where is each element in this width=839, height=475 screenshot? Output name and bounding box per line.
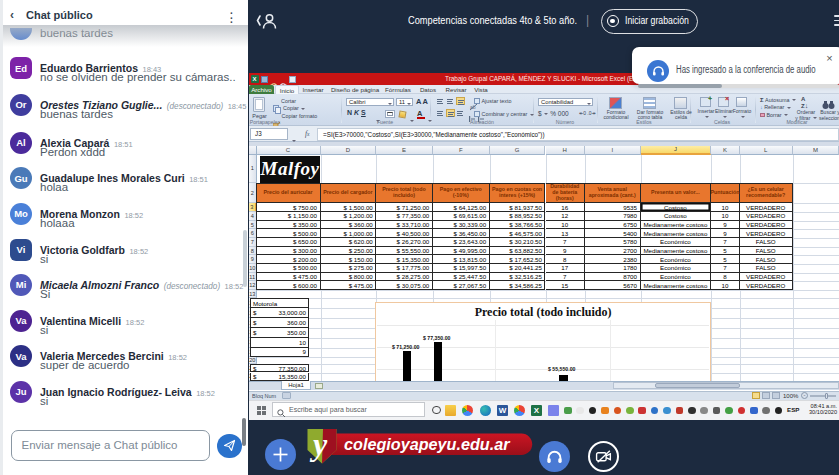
svg-text:colegioyapeyu.edu.ar: colegioyapeyu.edu.ar xyxy=(344,435,511,453)
